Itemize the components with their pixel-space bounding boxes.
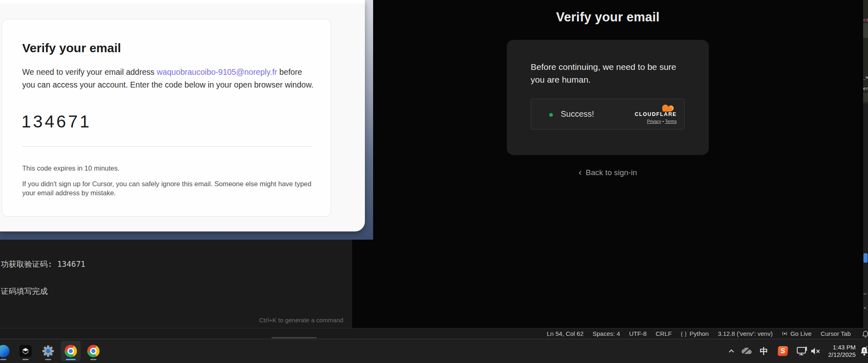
chrome-icon [65, 345, 77, 357]
human-check-card: Before continuing, we need to be sure yo… [507, 40, 709, 155]
status-encoding[interactable]: UTF-8 [629, 330, 647, 337]
running-indicator [23, 359, 29, 360]
verify-page-title: Verify your email [507, 10, 709, 25]
terms-link[interactable]: Terms [665, 119, 677, 124]
terminal-panel[interactable]: 功获取验证码: 134671 证码填写完成 在处理 Turnstile 验证..… [0, 240, 352, 328]
clock-time: 1:43 PM [833, 344, 856, 351]
chrome-icon [87, 345, 100, 357]
sliver-scroll-thumb[interactable] [863, 253, 868, 263]
cloud-off-icon [741, 346, 752, 356]
tray-notifications[interactable]: z z [858, 339, 868, 363]
cloudflare-cloud-icon [659, 104, 676, 112]
svg-text:z: z [863, 348, 865, 352]
tray-display[interactable] [796, 339, 808, 363]
status-go-live[interactable]: Go Live [782, 330, 812, 337]
code-expiry-note: This code expires in 10 minutes. [22, 164, 120, 172]
edge-icon [0, 345, 9, 357]
taskbar-item-chrome-2[interactable] [84, 341, 103, 361]
status-cursor-tab[interactable]: Cursor Tab [821, 330, 851, 337]
close-icon[interactable]: × [863, 305, 866, 311]
verification-code: 134671 [21, 112, 91, 132]
email-disclaimer: If you didn't sign up for Cursor, you ca… [22, 180, 315, 197]
language-label: Python [689, 330, 709, 337]
email-title: Verify your email [22, 41, 121, 55]
editor-edge-sliver: co _w er ↵ × [863, 0, 868, 328]
status-cursor-position[interactable]: Ln 54, Col 62 [547, 330, 583, 337]
status-language[interactable]: { } Python [681, 330, 709, 337]
cloudflare-branding: CLOUDFLARE Privacy • Terms [631, 104, 677, 124]
turnstile-status: Success! [561, 109, 594, 119]
back-to-signin-label: Back to sign-in [586, 168, 637, 177]
go-live-label: Go Live [790, 330, 812, 337]
tray-onedrive[interactable] [740, 339, 753, 363]
gear-icon [42, 345, 55, 358]
broadcast-icon [782, 331, 788, 337]
svg-text:z: z [866, 345, 867, 348]
ime-chinese-label: 中 [760, 346, 768, 357]
monitor-pen-icon [796, 346, 808, 356]
back-to-signin-link[interactable]: ‹Back to sign-in [507, 167, 709, 178]
legal-separator: • [662, 119, 664, 124]
human-check-prompt: Before continuing, we need to be sure yo… [531, 60, 691, 86]
code-fragment: _w [863, 74, 868, 80]
email-window-top-strip [0, 0, 365, 4]
cloudflare-wordmark: CLOUDFLARE [631, 112, 677, 117]
chevron-left-icon: ‹ [579, 167, 582, 178]
terminal-line: 功获取验证码: 134671 [1, 259, 106, 268]
braces-icon: { } [681, 331, 687, 337]
cube-app-icon [19, 345, 32, 357]
taskbar-item-chrome-active[interactable] [61, 341, 81, 361]
sliver-selection-band [863, 23, 868, 38]
running-indicator [45, 359, 51, 360]
email-window-frame: Verify your email We need to verify your… [0, 0, 373, 240]
status-indentation[interactable]: Spaces: 4 [593, 330, 620, 337]
code-fragment: co [863, 17, 868, 23]
speaker-mute-icon [810, 347, 821, 356]
terminal-ctrlk-hint: Ctrl+K to generate a command [259, 317, 343, 324]
enter-icon: ↵ [863, 290, 866, 296]
email-window: Verify your email We need to verify your… [0, 0, 365, 231]
taskbar-item-settings[interactable] [38, 341, 58, 361]
taskbar-item-devtool[interactable] [16, 341, 35, 361]
terminal-line [1, 314, 106, 323]
notifications-bell-icon[interactable] [861, 330, 868, 338]
turnstile-legal-links: Privacy • Terms [631, 119, 677, 124]
tray-sogou-input[interactable]: S [777, 339, 789, 363]
taskbar-item-edge[interactable] [0, 341, 13, 361]
status-eol[interactable]: CRLF [656, 330, 672, 337]
chevron-up-icon [727, 347, 736, 355]
running-indicator [91, 359, 97, 360]
desktop-screen: Verify your email Before continuing, we … [0, 0, 868, 363]
code-fragment: er [863, 86, 868, 91]
clock-date: 2/12/2025 [828, 351, 856, 358]
sliver-selection-band [863, 93, 868, 102]
success-dot-icon [549, 113, 553, 117]
scrollbar-fragment[interactable] [272, 337, 317, 338]
sogou-s-icon: S [777, 346, 788, 356]
active-indicator [66, 359, 76, 360]
bell-z-icon: z z [859, 345, 868, 357]
privacy-link[interactable]: Privacy [647, 119, 661, 124]
cloudflare-turnstile-widget[interactable]: Success! CLOUDFLARE Privacy • Terms [531, 99, 685, 129]
terminal-line: 证码填写完成 [1, 287, 106, 296]
status-interpreter[interactable]: 3.12.8 ('venv': venv) [718, 330, 773, 337]
body-text-before: We need to verify your email address [22, 67, 157, 76]
taskbar: 中 S 1:43 PM 2/12/2025 [0, 339, 868, 363]
running-indicator [0, 359, 7, 360]
tray-show-hidden-icons[interactable] [726, 339, 737, 363]
email-address-link[interactable]: waquobraucoibo-9105@noreply.fr [157, 67, 277, 76]
taskbar-clock[interactable]: 1:43 PM 2/12/2025 [828, 339, 856, 363]
status-bar: Ln 54, Col 62 Spaces: 4 UTF-8 CRLF { } P… [0, 328, 868, 339]
tray-volume[interactable] [810, 339, 822, 363]
tray-ime-indicator[interactable]: 中 [758, 339, 770, 363]
sogou-letter: S [780, 347, 786, 355]
email-body-text: We need to verify your email address waq… [22, 66, 314, 91]
divider [22, 146, 312, 147]
